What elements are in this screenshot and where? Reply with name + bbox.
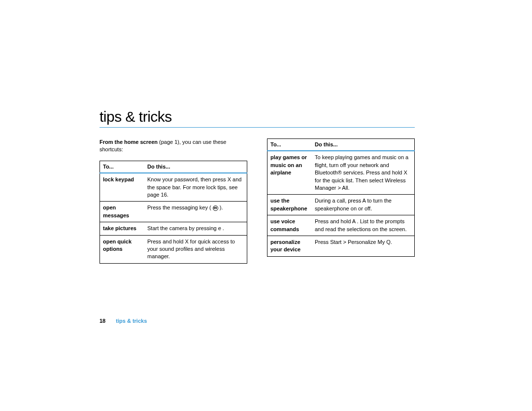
table-row: open messagesPress the messaging key ( )… bbox=[100, 202, 247, 222]
cell-do: Start the camera by pressing e . bbox=[144, 222, 247, 235]
cell-to: personalize your device bbox=[267, 236, 312, 256]
cell-to: use voice commands bbox=[267, 215, 312, 236]
cell-to: take pictures bbox=[100, 222, 145, 235]
messaging-key-icon bbox=[213, 206, 218, 211]
cell-do: Press Start > Personalize My Q. bbox=[312, 236, 415, 256]
intro-text: From the home screen (page 1), you can u… bbox=[100, 138, 247, 154]
shortcuts-table-right: To... Do this... play games or music on … bbox=[267, 138, 415, 257]
right-column: To... Do this... play games or music on … bbox=[267, 138, 415, 264]
cell-to: open messages bbox=[100, 202, 145, 222]
cell-do: Press and hold A . List to the prompts a… bbox=[312, 215, 415, 236]
table-row: open quick optionsPress and hold X for q… bbox=[100, 235, 247, 263]
table-row: lock keypadKnow your password, then pres… bbox=[100, 173, 247, 202]
right-tbody: play games or music on an airplaneTo kee… bbox=[267, 151, 415, 256]
intro-bold: From the home screen bbox=[100, 139, 158, 145]
cell-to: lock keypad bbox=[100, 173, 145, 202]
table-row: play games or music on an airplaneTo kee… bbox=[267, 151, 415, 194]
document-page: tips & tricks From the home screen (page… bbox=[100, 108, 415, 264]
cell-do: To keep playing games and music on a fli… bbox=[312, 151, 415, 194]
cell-to: use the speakerphone bbox=[267, 195, 312, 215]
title-rule bbox=[100, 127, 415, 128]
th-do: Do this... bbox=[144, 161, 247, 173]
th-do: Do this... bbox=[312, 139, 415, 151]
table-row: use voice commandsPress and hold A . Lis… bbox=[267, 215, 415, 236]
left-tbody: lock keypadKnow your password, then pres… bbox=[100, 173, 247, 263]
left-column: From the home screen (page 1), you can u… bbox=[100, 138, 247, 264]
cell-to: open quick options bbox=[100, 235, 145, 263]
cell-to: play games or music on an airplane bbox=[267, 151, 312, 194]
cell-do: Press and hold X for quick access to you… bbox=[144, 235, 247, 263]
page-title: tips & tricks bbox=[100, 108, 415, 125]
th-to: To... bbox=[267, 139, 312, 151]
table-row: personalize your devicePress Start > Per… bbox=[267, 236, 415, 256]
table-row: take picturesStart the camera by pressin… bbox=[100, 222, 247, 235]
footer-section: tips & tricks bbox=[116, 318, 147, 324]
cell-do: During a call, press A to turn the speak… bbox=[312, 195, 415, 215]
th-to: To... bbox=[100, 161, 145, 173]
two-column-layout: From the home screen (page 1), you can u… bbox=[100, 138, 415, 264]
cell-do: Know your password, then press X and the… bbox=[144, 173, 247, 202]
page-footer: 18 tips & tricks bbox=[100, 318, 147, 324]
shortcuts-table-left: To... Do this... lock keypadKnow your pa… bbox=[100, 161, 247, 264]
table-row: use the speakerphoneDuring a call, press… bbox=[267, 195, 415, 215]
page-number: 18 bbox=[100, 318, 105, 324]
cell-do: Press the messaging key ( ). bbox=[144, 202, 247, 222]
